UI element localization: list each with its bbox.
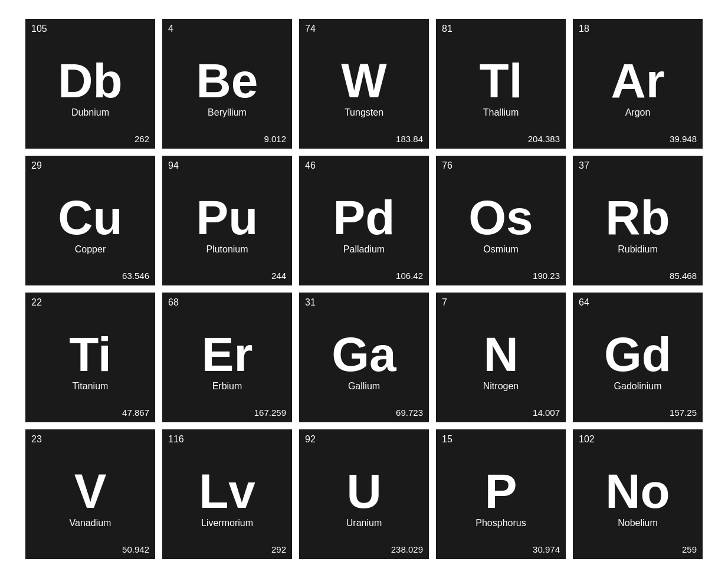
element-card-no: 102NoNobelium259: [573, 429, 703, 559]
element-card-rb: 37RbRubidium85.468: [573, 156, 703, 285]
atomic-number: 68: [168, 297, 179, 308]
atomic-number: 81: [442, 24, 452, 34]
atomic-mass: 167.259: [254, 408, 286, 418]
element-name: Tungsten: [345, 107, 383, 118]
atomic-number: 4: [168, 24, 173, 34]
atomic-mass: 47.867: [122, 408, 149, 418]
atomic-mass: 183.84: [396, 134, 423, 144]
atomic-number: 23: [31, 434, 42, 445]
atomic-mass: 259: [682, 544, 697, 554]
element-card-p: 15PPhosphorus30.974: [436, 429, 566, 559]
element-symbol: Lv: [199, 467, 255, 515]
element-name: Livermorium: [201, 518, 253, 528]
element-card-pd: 46PdPalladium106.42: [299, 156, 429, 285]
atomic-number: 74: [305, 24, 316, 34]
element-card-ar: 18ArArgon39.948: [573, 19, 703, 149]
atomic-mass: 14.007: [533, 408, 560, 418]
atomic-mass: 30.974: [533, 544, 560, 554]
element-name: Osmium: [483, 244, 519, 255]
atomic-number: 15: [442, 434, 452, 445]
element-name: Uranium: [346, 518, 382, 528]
element-name: Dubnium: [71, 107, 109, 118]
element-card-u: 92UUranium238.029: [299, 429, 429, 559]
atomic-mass: 238.029: [391, 544, 423, 554]
atomic-number: 105: [31, 24, 47, 34]
element-card-er: 68ErErbium167.259: [162, 293, 292, 422]
atomic-number: 92: [305, 434, 316, 445]
atomic-number: 102: [579, 434, 595, 445]
atomic-mass: 63.546: [122, 271, 149, 281]
element-symbol: V: [74, 467, 107, 515]
element-name: Palladium: [343, 244, 385, 255]
element-symbol: No: [605, 467, 670, 515]
atomic-number: 46: [305, 160, 316, 171]
element-name: Copper: [75, 244, 106, 255]
element-name: Nobelium: [618, 518, 658, 528]
atomic-mass: 85.468: [670, 271, 697, 281]
element-name: Vanadium: [70, 518, 112, 528]
element-name: Erbium: [212, 381, 242, 392]
atomic-mass: 50.942: [122, 544, 149, 554]
element-name: Nitrogen: [483, 381, 519, 392]
element-card-cu: 29CuCopper63.546: [25, 156, 155, 285]
element-symbol: Pd: [333, 193, 395, 242]
atomic-number: 29: [31, 160, 42, 171]
atomic-mass: 190.23: [533, 271, 560, 281]
element-card-n: 7NNitrogen14.007: [436, 293, 566, 422]
element-symbol: U: [346, 467, 381, 515]
atomic-number: 18: [579, 24, 589, 34]
element-card-db: 105DbDubnium262: [25, 19, 155, 149]
element-symbol: Ti: [69, 330, 111, 379]
atomic-mass: 204.383: [528, 134, 560, 144]
element-card-w: 74WTungsten183.84: [299, 19, 429, 149]
element-card-be: 4BeBeryllium9.012: [162, 19, 292, 149]
element-name: Thallium: [483, 107, 519, 118]
atomic-mass: 9.012: [264, 134, 286, 144]
element-card-tl: 81TlThallium204.383: [436, 19, 566, 149]
element-name: Plutonium: [206, 244, 248, 255]
element-symbol: Gd: [604, 330, 671, 379]
periodic-table-grid: 105DbDubnium2624BeBeryllium9.01274WTungs…: [14, 7, 714, 571]
element-symbol: Cu: [58, 193, 122, 242]
element-name: Gallium: [348, 381, 380, 392]
element-symbol: Rb: [605, 193, 670, 242]
element-name: Beryllium: [208, 107, 247, 118]
atomic-number: 22: [31, 297, 42, 308]
atomic-mass: 262: [135, 134, 149, 144]
element-name: Phosphorus: [476, 518, 526, 528]
atomic-mass: 69.723: [396, 408, 423, 418]
element-card-lv: 116LvLivermorium292: [162, 429, 292, 559]
atomic-mass: 39.948: [670, 134, 697, 144]
element-symbol: Db: [58, 57, 122, 105]
element-symbol: Be: [196, 57, 258, 105]
element-symbol: P: [485, 467, 517, 515]
element-card-ga: 31GaGallium69.723: [299, 293, 429, 422]
element-name: Argon: [625, 107, 651, 118]
element-symbol: W: [341, 57, 386, 105]
atomic-number: 116: [168, 434, 184, 445]
atomic-mass: 244: [271, 271, 286, 281]
element-card-v: 23VVanadium50.942: [25, 429, 155, 559]
atomic-number: 64: [579, 297, 589, 308]
element-symbol: Ga: [332, 330, 396, 379]
atomic-number: 37: [579, 160, 589, 171]
element-symbol: Er: [202, 330, 253, 379]
atomic-mass: 292: [271, 544, 286, 554]
atomic-number: 94: [168, 160, 179, 171]
element-card-gd: 64GdGadolinium157.25: [573, 293, 703, 422]
atomic-number: 31: [305, 297, 316, 308]
atomic-mass: 157.25: [670, 408, 697, 418]
element-name: Titanium: [73, 381, 109, 392]
element-symbol: Pu: [196, 193, 258, 242]
element-symbol: Ar: [611, 57, 664, 105]
element-name: Gadolinium: [614, 381, 662, 392]
element-symbol: Os: [468, 193, 533, 242]
element-symbol: N: [483, 330, 518, 379]
element-card-ti: 22TiTitanium47.867: [25, 293, 155, 422]
atomic-number: 76: [442, 160, 452, 171]
element-card-pu: 94PuPlutonium244: [162, 156, 292, 285]
element-symbol: Tl: [480, 57, 523, 105]
atomic-mass: 106.42: [396, 271, 423, 281]
element-name: Rubidium: [618, 244, 658, 255]
atomic-number: 7: [442, 297, 447, 308]
